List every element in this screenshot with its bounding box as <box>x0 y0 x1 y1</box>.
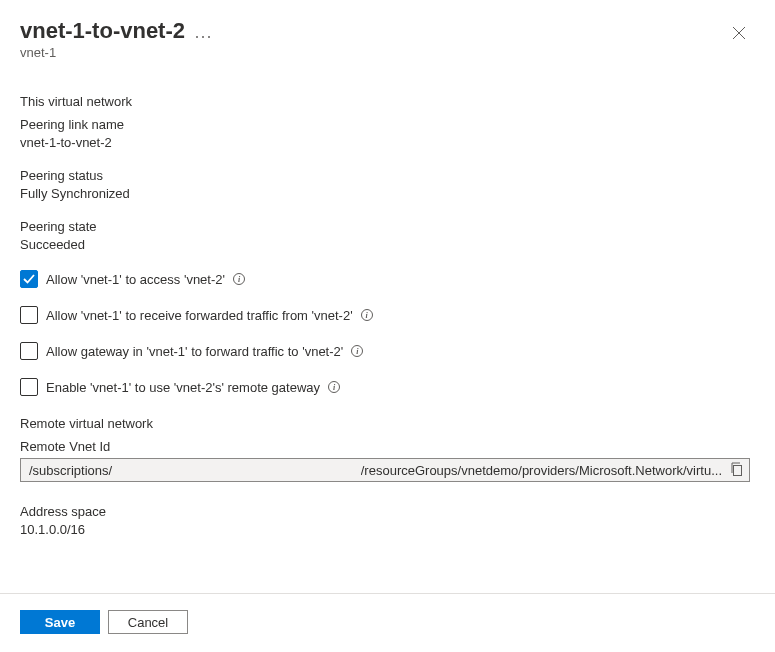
peering-link-name-label: Peering link name <box>20 117 755 132</box>
this-network-heading: This virtual network <box>20 94 755 109</box>
check-icon <box>23 273 35 285</box>
page-subtitle: vnet-1 <box>20 45 211 60</box>
allow-forwarded-row: Allow 'vnet-1' to receive forwarded traf… <box>20 306 755 324</box>
allow-gateway-label: Allow gateway in 'vnet-1' to forward tra… <box>46 344 343 359</box>
info-icon[interactable]: i <box>361 309 373 321</box>
page-title: vnet-1-to-vnet-2 <box>20 18 185 44</box>
close-icon <box>732 26 746 40</box>
peering-status-value: Fully Synchronized <box>20 186 755 201</box>
separator <box>0 593 775 594</box>
allow-access-row: Allow 'vnet-1' to access 'vnet-2' i <box>20 270 755 288</box>
cancel-button[interactable]: Cancel <box>108 610 188 634</box>
allow-access-checkbox[interactable] <box>20 270 38 288</box>
peering-state-label: Peering state <box>20 219 755 234</box>
allow-gateway-row: Allow gateway in 'vnet-1' to forward tra… <box>20 342 755 360</box>
svg-point-2 <box>208 36 210 38</box>
allow-forwarded-label: Allow 'vnet-1' to receive forwarded traf… <box>46 308 353 323</box>
remote-vnet-id-right: /resourceGroups/vnetdemo/providers/Micro… <box>361 463 722 478</box>
close-button[interactable] <box>723 18 755 50</box>
allow-access-label: Allow 'vnet-1' to access 'vnet-2' <box>46 272 225 287</box>
enable-remote-gateway-label: Enable 'vnet-1' to use 'vnet-2's' remote… <box>46 380 320 395</box>
peering-state-value: Succeeded <box>20 237 755 252</box>
copy-icon[interactable] <box>730 462 743 479</box>
address-space-label: Address space <box>20 504 755 519</box>
remote-network-heading: Remote virtual network <box>20 416 755 431</box>
peering-link-name-value: vnet-1-to-vnet-2 <box>20 135 755 150</box>
info-icon[interactable]: i <box>351 345 363 357</box>
remote-vnet-id-field: /subscriptions/ /resourceGroups/vnetdemo… <box>20 458 750 482</box>
info-icon[interactable]: i <box>328 381 340 393</box>
enable-remote-gateway-row: Enable 'vnet-1' to use 'vnet-2's' remote… <box>20 378 755 396</box>
address-space-value: 10.1.0.0/16 <box>20 522 755 537</box>
svg-rect-5 <box>734 465 742 475</box>
info-icon[interactable]: i <box>233 273 245 285</box>
more-actions-icon[interactable] <box>195 26 211 42</box>
svg-point-0 <box>196 36 198 38</box>
allow-gateway-checkbox[interactable] <box>20 342 38 360</box>
enable-remote-gateway-checkbox[interactable] <box>20 378 38 396</box>
peering-status-label: Peering status <box>20 168 755 183</box>
remote-vnet-id-left: /subscriptions/ <box>29 463 112 478</box>
svg-point-1 <box>202 36 204 38</box>
save-button[interactable]: Save <box>20 610 100 634</box>
remote-vnet-id-label: Remote Vnet Id <box>20 439 755 454</box>
allow-forwarded-checkbox[interactable] <box>20 306 38 324</box>
